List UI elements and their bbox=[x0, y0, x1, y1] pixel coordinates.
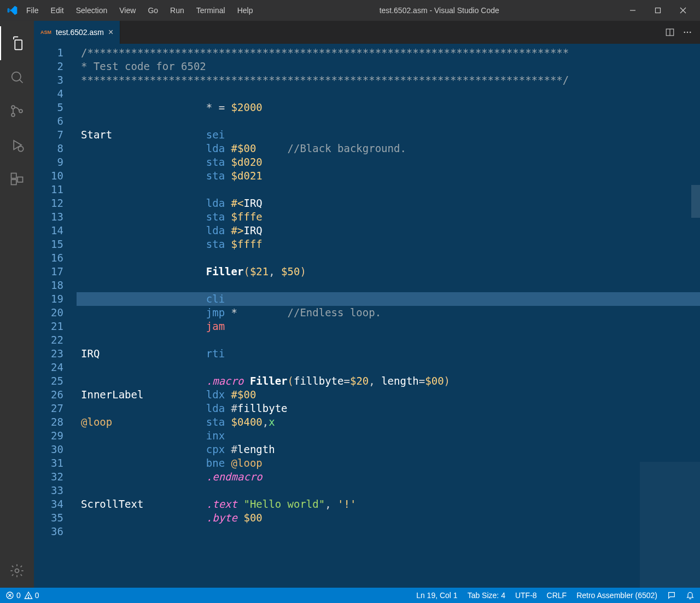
tab-actions bbox=[665, 21, 700, 44]
code-line[interactable]: jam bbox=[77, 320, 700, 333]
code-line[interactable]: cli bbox=[77, 292, 700, 306]
status-feedback-icon[interactable] bbox=[667, 591, 676, 600]
line-number: 21 bbox=[34, 320, 63, 333]
code-line[interactable]: Start sei bbox=[77, 128, 700, 142]
split-editor-icon[interactable] bbox=[665, 27, 675, 37]
menu-selection[interactable]: Selection bbox=[71, 3, 113, 18]
status-eol[interactable]: CRLF bbox=[547, 591, 567, 600]
status-bell-icon[interactable] bbox=[686, 591, 695, 600]
line-number: 13 bbox=[34, 210, 63, 224]
menu-terminal[interactable]: Terminal bbox=[191, 3, 231, 18]
titlebar: FileEditSelectionViewGoRunTerminalHelp t… bbox=[0, 0, 700, 21]
window-title: test.6502.asm - Visual Studio Code bbox=[258, 6, 620, 15]
code-line[interactable]: lda #<IRQ bbox=[77, 196, 700, 210]
scrollbar-thumb[interactable] bbox=[691, 185, 700, 218]
line-number: 28 bbox=[34, 415, 63, 429]
status-language-mode[interactable]: Retro Assembler (6502) bbox=[576, 591, 657, 600]
menubar: FileEditSelectionViewGoRunTerminalHelp bbox=[21, 3, 258, 18]
status-errors[interactable]: 0 bbox=[5, 591, 21, 600]
code-line[interactable]: .endmacro bbox=[77, 470, 700, 484]
menu-file[interactable]: File bbox=[21, 3, 44, 18]
menu-view[interactable]: View bbox=[114, 3, 141, 18]
code-line[interactable]: ScrollText .text "Hello world", '!' bbox=[77, 497, 700, 511]
settings-gear-icon[interactable] bbox=[0, 554, 34, 588]
code-line[interactable]: inx bbox=[77, 429, 700, 443]
svg-rect-11 bbox=[11, 173, 16, 178]
menu-go[interactable]: Go bbox=[142, 3, 164, 18]
explorer-icon[interactable] bbox=[0, 26, 34, 60]
code-line[interactable]: lda #>IRQ bbox=[77, 224, 700, 237]
extensions-icon[interactable] bbox=[0, 162, 34, 196]
editor-tab[interactable]: ASM test.6502.asm × bbox=[34, 21, 120, 44]
code-line[interactable] bbox=[77, 361, 700, 374]
code-line[interactable] bbox=[77, 87, 700, 101]
code-line[interactable]: jmp * //Endless loop. bbox=[77, 306, 700, 320]
code-line[interactable]: sta $d021 bbox=[77, 169, 700, 183]
code-line[interactable]: IRQ rti bbox=[77, 347, 700, 361]
svg-point-14 bbox=[15, 569, 19, 573]
statusbar: 0 0 Ln 19, Col 1 Tab Size: 4 UTF-8 CRLF … bbox=[0, 588, 700, 603]
line-number: 14 bbox=[34, 224, 63, 237]
status-warnings[interactable]: 0 bbox=[24, 591, 39, 600]
svg-point-8 bbox=[19, 109, 22, 113]
code-line[interactable]: /***************************************… bbox=[77, 46, 700, 60]
menu-run[interactable]: Run bbox=[165, 3, 190, 18]
line-number: 26 bbox=[34, 388, 63, 402]
menu-edit[interactable]: Edit bbox=[45, 3, 69, 18]
code-line[interactable]: Filler($21, $50) bbox=[77, 265, 700, 279]
code-content[interactable]: /***************************************… bbox=[77, 44, 700, 588]
status-tabsize[interactable]: Tab Size: 4 bbox=[468, 591, 505, 600]
line-number: 16 bbox=[34, 251, 63, 265]
code-line[interactable]: cpx #length bbox=[77, 443, 700, 456]
line-number: 5 bbox=[34, 101, 63, 114]
code-line[interactable]: .macro Filler(fillbyte=$20, length=$00) bbox=[77, 374, 700, 388]
activity-bar bbox=[0, 21, 34, 588]
debug-icon[interactable] bbox=[0, 128, 34, 162]
line-number: 6 bbox=[34, 114, 63, 128]
code-line[interactable] bbox=[77, 183, 700, 196]
code-line[interactable]: lda #fillbyte bbox=[77, 402, 700, 415]
more-actions-icon[interactable] bbox=[682, 27, 692, 37]
line-number: 33 bbox=[34, 484, 63, 497]
code-line[interactable]: lda #$00 //Black background. bbox=[77, 142, 700, 155]
code-line[interactable]: sta $ffff bbox=[77, 237, 700, 251]
code-line[interactable] bbox=[77, 279, 700, 292]
line-number: 32 bbox=[34, 470, 63, 484]
maximize-button[interactable] bbox=[645, 0, 670, 21]
menu-help[interactable]: Help bbox=[232, 3, 259, 18]
line-number-gutter: 1234567891011121314151617181920212223242… bbox=[34, 44, 77, 588]
code-line[interactable] bbox=[77, 114, 700, 128]
code-line[interactable] bbox=[77, 525, 700, 538]
code-line[interactable] bbox=[77, 484, 700, 497]
code-line[interactable]: @loop sta $0400,x bbox=[77, 415, 700, 429]
minimap[interactable] bbox=[640, 462, 700, 588]
line-number: 27 bbox=[34, 402, 63, 415]
status-cursor[interactable]: Ln 19, Col 1 bbox=[416, 591, 458, 600]
line-number: 11 bbox=[34, 183, 63, 196]
minimize-button[interactable] bbox=[620, 0, 645, 21]
code-line[interactable]: * Test code for 6502 bbox=[77, 60, 700, 73]
close-button[interactable] bbox=[670, 0, 696, 21]
line-number: 30 bbox=[34, 443, 63, 456]
tab-close-icon[interactable]: × bbox=[108, 27, 113, 37]
line-number: 20 bbox=[34, 306, 63, 320]
status-encoding[interactable]: UTF-8 bbox=[515, 591, 537, 600]
code-line[interactable] bbox=[77, 333, 700, 347]
code-line[interactable]: sta $fffe bbox=[77, 210, 700, 224]
code-line[interactable]: .byte $00 bbox=[77, 511, 700, 525]
code-line[interactable]: InnerLabel ldx #$00 bbox=[77, 388, 700, 402]
code-line[interactable]: bne @loop bbox=[77, 456, 700, 470]
code-line[interactable]: ****************************************… bbox=[77, 73, 700, 87]
line-number: 29 bbox=[34, 429, 63, 443]
code-area: 1234567891011121314151617181920212223242… bbox=[34, 44, 700, 588]
line-number: 4 bbox=[34, 87, 63, 101]
svg-point-4 bbox=[12, 72, 21, 81]
code-line[interactable] bbox=[77, 251, 700, 265]
line-number: 22 bbox=[34, 333, 63, 347]
line-number: 35 bbox=[34, 511, 63, 525]
search-icon[interactable] bbox=[0, 60, 34, 94]
source-control-icon[interactable] bbox=[0, 94, 34, 128]
code-line[interactable]: * = $2000 bbox=[77, 101, 700, 114]
line-number: 10 bbox=[34, 169, 63, 183]
code-line[interactable]: sta $d020 bbox=[77, 155, 700, 169]
